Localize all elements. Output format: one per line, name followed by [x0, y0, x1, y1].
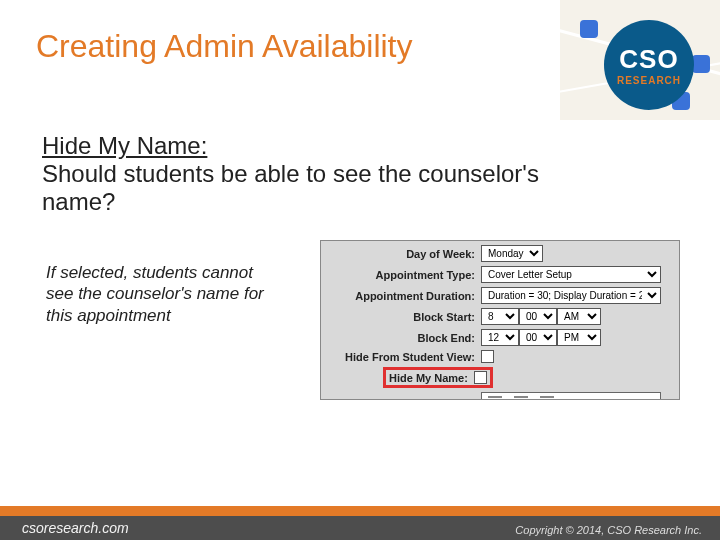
footer-accent-stripe	[0, 506, 720, 516]
subtitle-question: Should students be able to see the couns…	[42, 160, 539, 215]
hide-from-student-checkbox[interactable]	[481, 350, 494, 363]
block-start-hour[interactable]: 8	[481, 308, 519, 325]
day-of-week-select[interactable]: Monday	[481, 245, 543, 262]
block-end-hour[interactable]: 12	[481, 329, 519, 346]
subtitle-heading: Hide My Name:	[42, 132, 602, 160]
hide-from-student-label: Hide From Student View:	[321, 351, 481, 363]
block-end-ampm[interactable]: PM	[557, 329, 601, 346]
appointment-type-select[interactable]: Cover Letter Setup	[481, 266, 661, 283]
explanatory-note: If selected, students cannot see the cou…	[46, 262, 276, 326]
slide-title: Creating Admin Availability	[36, 28, 413, 65]
footer-bar: csoresearch.com Copyright © 2014, CSO Re…	[0, 506, 720, 540]
row-appointment-duration: Appointment Duration: Duration = 30; Dis…	[321, 287, 679, 304]
toolbar-icon	[540, 396, 554, 398]
description-label: Description:	[321, 397, 481, 400]
logo-text-main: CSO	[619, 44, 678, 75]
hide-my-name-highlight: Hide My Name:	[383, 367, 493, 388]
row-day-of-week: Day of Week: Monday	[321, 245, 679, 262]
block-start-label: Block Start:	[321, 311, 481, 323]
day-of-week-label: Day of Week:	[321, 248, 481, 260]
block-end-min[interactable]: 00	[519, 329, 557, 346]
row-hide-my-name: Hide My Name:	[383, 367, 679, 388]
row-block-start: Block Start: 8 00 AM	[321, 308, 679, 325]
row-description: Description:	[321, 392, 679, 400]
cso-logo: CSO RESEARCH	[604, 20, 694, 110]
footer-copyright: Copyright © 2014, CSO Research Inc.	[515, 524, 702, 536]
row-hide-from-student: Hide From Student View:	[321, 350, 679, 363]
appointment-duration-select[interactable]: Duration = 30; Display Duration = 25	[481, 287, 661, 304]
logo-text-sub: RESEARCH	[617, 75, 681, 86]
footer-site: csoresearch.com	[22, 520, 129, 536]
description-editor[interactable]	[481, 392, 661, 400]
subtitle-block: Hide My Name: Should students be able to…	[42, 132, 602, 215]
row-block-end: Block End: 12 00 PM	[321, 329, 679, 346]
block-start-ampm[interactable]: AM	[557, 308, 601, 325]
appointment-type-label: Appointment Type:	[321, 269, 481, 281]
block-start-min[interactable]: 00	[519, 308, 557, 325]
block-end-label: Block End:	[321, 332, 481, 344]
form-screenshot: Day of Week: Monday Appointment Type: Co…	[320, 240, 680, 400]
hide-my-name-checkbox[interactable]	[474, 371, 487, 384]
toolbar-icon	[488, 396, 502, 398]
toolbar-icon	[514, 396, 528, 398]
hide-my-name-label: Hide My Name:	[389, 372, 474, 384]
row-appointment-type: Appointment Type: Cover Letter Setup	[321, 266, 679, 283]
appointment-duration-label: Appointment Duration:	[321, 290, 481, 302]
header-white-overlay	[0, 0, 560, 130]
